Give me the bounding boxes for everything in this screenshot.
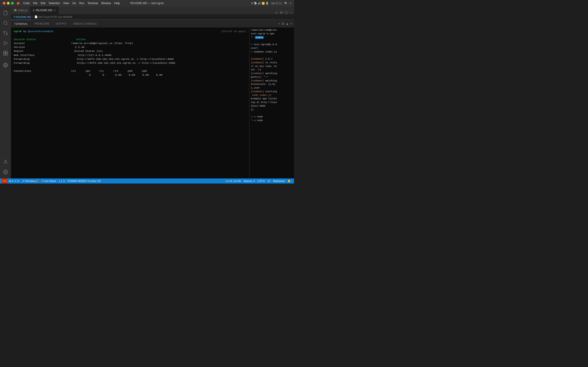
run-file-icon[interactable]: ▷: [276, 10, 278, 14]
live-share-label: Live Share: [44, 180, 56, 182]
split-terminal-icon[interactable]: ⊟: [282, 22, 284, 25]
breadcrumb-info-icon: ℹ: [14, 15, 15, 18]
terminal-icon-1: ▷: [255, 115, 256, 119]
window-title: README.MD — test-ngrok: [130, 2, 164, 5]
menu-run[interactable]: Run: [79, 2, 84, 5]
curly-braces-label: {..}: 0: [59, 180, 65, 182]
search-icon[interactable]: 🔍: [284, 2, 288, 5]
menu-code[interactable]: Code: [23, 2, 30, 5]
status-spaces[interactable]: Spaces: 4: [242, 178, 256, 184]
remote-icon: ><: [3, 180, 6, 182]
menu-apple[interactable]: 🍎: [17, 2, 20, 5]
error-icon: ⊗: [9, 180, 11, 183]
breadcrumb-file[interactable]: ℹ README.MD: [14, 15, 31, 18]
git-icon: ⎇: [22, 180, 25, 183]
git-branch-label: Romário🎉: [26, 180, 38, 183]
activity-source-control[interactable]: [1, 28, 10, 38]
status-language[interactable]: Markdown: [272, 178, 286, 184]
svg-point-0: [4, 21, 7, 25]
close-panel-icon[interactable]: ×: [290, 22, 292, 25]
maximize-panel-icon[interactable]: ▲: [286, 22, 289, 25]
tab-close-button[interactable]: ×: [54, 9, 56, 12]
terminal-field-version: Version 2.3.40: [14, 45, 246, 49]
right-line-2: test-ngrok % npm: [251, 32, 293, 36]
status-errors[interactable]: ⊗ 0 ⚠ 0: [8, 178, 20, 184]
activity-search[interactable]: [1, 18, 10, 27]
right-line-23: []: [251, 108, 293, 112]
status-curly-braces[interactable]: {..}: 0: [57, 178, 66, 184]
panel-tab-debug-console[interactable]: DEBUG CONSOLE: [70, 20, 100, 28]
right-nodemon-text-4: watching: [265, 79, 277, 82]
right-nodemon-bracket-3: [nodemon]: [251, 72, 264, 75]
ctrl-c-hint: (Ctrl+C to quit): [221, 29, 246, 33]
status-notifications[interactable]: 🔔: [286, 178, 292, 184]
connections-val-rt1: 0.00: [115, 73, 121, 76]
right-line-3: └ start: [251, 36, 293, 40]
menu-file[interactable]: File: [33, 2, 37, 5]
split-editor-icon[interactable]: ⊟: [280, 10, 283, 14]
connections-p90: p90: [142, 69, 147, 73]
tab-readme-md[interactable]: ℹ README.MD ×: [30, 6, 59, 14]
status-line-ending[interactable]: LF: [266, 178, 272, 184]
status-remote-indicator[interactable]: ><: [2, 178, 8, 184]
close-button[interactable]: [3, 2, 6, 5]
right-nodemon-bracket-5: [nodemon]: [251, 90, 264, 93]
menu-view[interactable]: View: [63, 2, 69, 5]
menu-terminal[interactable]: Terminal: [87, 2, 98, 5]
maximize-button[interactable]: [11, 2, 14, 5]
menu-window[interactable]: Window: [101, 2, 111, 5]
panel-tab-output[interactable]: OUTPUT: [52, 20, 70, 28]
status-bar: >< ⊗ 0 ⚠ 0 ⎇ Romário🎉 ↗ Live Share {..}:…: [0, 178, 294, 184]
panel-tab-terminal[interactable]: TERMINAL: [11, 20, 31, 28]
minimize-button[interactable]: [7, 2, 10, 5]
status-git-branch[interactable]: ⎇ Romário🎉: [20, 178, 40, 184]
mac-menu: 🍎 Code File Edit Selection View Go Run T…: [17, 2, 120, 5]
encoding-label: UTF-8: [258, 180, 265, 182]
status-right: Ln 16, Col 66 Spaces: 4 UTF-8 LF Markdow…: [225, 178, 292, 184]
status-encoding[interactable]: UTF-8: [256, 178, 266, 184]
control-center-icon[interactable]: ≡: [290, 2, 291, 5]
tab-bar: JS index.js ℹ README.MD × ▷ ⊟ ▢ ···: [11, 6, 294, 15]
terminal-panel: TERMINAL PROBLEMS OUTPUT DEBUG CONSOLE +…: [11, 19, 294, 178]
right-nodemon-4: [nodemon] watching: [251, 79, 293, 83]
activity-settings[interactable]: [1, 167, 10, 177]
status-live-share[interactable]: ↗ Live Share: [40, 178, 58, 184]
svg-marker-5: [4, 41, 7, 45]
activity-run[interactable]: [1, 39, 10, 48]
system-icons: ⊞ 📡 🔊 📶 🔋: [251, 2, 269, 5]
connections-text: Connections: [14, 69, 31, 73]
activity-extensions[interactable]: [1, 49, 10, 58]
status-power-mode[interactable]: POWER MODE!!! Combo: 83: [66, 178, 102, 184]
breadcrumb-section-text: ### Túnel HTTP com NGROK: [39, 16, 73, 18]
power-mode-label: POWER MODE!!! Combo: 83: [68, 180, 101, 182]
panel-tabs-actions: + ⊟ ▲ ×: [277, 22, 294, 25]
terminal-field-session-status: Session Status online: [14, 37, 246, 41]
activity-account[interactable]: [1, 157, 10, 167]
svg-point-14: [5, 171, 6, 173]
terminal-right-panel[interactable]: romarioarruda@root test-ngrok % npm └ st…: [249, 27, 294, 178]
menu-help[interactable]: Help: [114, 2, 120, 5]
editor-layout-icon[interactable]: ▢: [285, 10, 288, 14]
terminal-main[interactable]: ngrok by @inconshreveable (Ctrl+C to qui…: [11, 27, 249, 178]
tab-index-js[interactable]: JS index.js: [11, 6, 30, 14]
status-line-col[interactable]: Ln 16, Col 66: [225, 178, 242, 184]
breadcrumb-section[interactable]: 📄 ### Túnel HTTP com NGROK: [35, 15, 73, 18]
activity-files[interactable]: [1, 8, 10, 17]
right-line-11: rt at any time, en: [251, 65, 293, 68]
breadcrumb-filename: README.MD: [16, 16, 31, 18]
panel-tab-problems[interactable]: PROBLEMS: [31, 20, 52, 28]
new-terminal-icon[interactable]: +: [278, 22, 280, 25]
field-label-account: Account: [14, 42, 25, 45]
right-line-20: Example app listen: [251, 97, 293, 101]
more-actions-icon[interactable]: ···: [289, 10, 292, 14]
svg-point-2: [6, 34, 8, 35]
menu-edit[interactable]: Edit: [41, 2, 45, 5]
field-label-region: Region: [14, 50, 23, 52]
menu-go[interactable]: Go: [72, 2, 76, 5]
activity-remote[interactable]: [1, 60, 10, 70]
js-file-icon: JS: [14, 9, 17, 11]
right-nodemon-5: [nodemon] starting: [251, 90, 293, 94]
tab-label-index-js: index.js: [18, 9, 27, 12]
right-nodemon-bracket-1: [nodemon]: [251, 58, 264, 60]
menu-selection[interactable]: Selection: [49, 2, 60, 5]
